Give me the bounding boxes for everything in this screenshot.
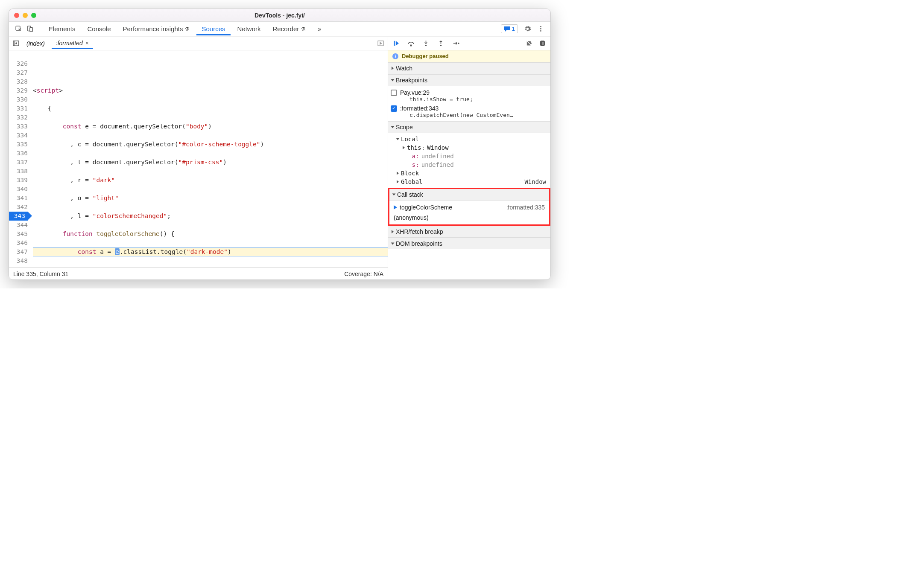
svg-rect-14 <box>543 42 543 45</box>
svg-rect-8 <box>394 41 395 46</box>
deactivate-breakpoints-icon[interactable] <box>526 40 533 47</box>
scope-var-a[interactable]: a: undefined <box>388 152 550 160</box>
tab-elements[interactable]: Elements <box>44 23 81 35</box>
run-snippet-icon[interactable] <box>377 40 384 47</box>
scope-block[interactable]: Block <box>388 169 550 177</box>
code-editor[interactable]: 3263273283293303313323333343353363373383… <box>9 50 388 268</box>
debugger-pane: i Debugger paused Watch Breakpoints Pay.… <box>388 37 550 279</box>
breakpoint-item[interactable]: Pay.vue:29 this.isShow = true; <box>388 88 550 104</box>
gear-icon[interactable] <box>524 25 531 32</box>
minimize-window-button[interactable] <box>23 13 28 18</box>
breakpoint-marker[interactable]: 343 <box>9 212 28 221</box>
tab-console[interactable]: Console <box>82 23 116 35</box>
scope-local[interactable]: Local <box>388 135 550 143</box>
kebab-menu-icon[interactable] <box>537 25 544 32</box>
titlebar: DevTools - jec.fyi/ <box>9 9 550 22</box>
cursor-position: Line 335, Column 31 <box>13 271 68 277</box>
svg-point-5 <box>540 30 541 32</box>
issues-button[interactable]: 1 <box>501 24 518 33</box>
scope-var-this[interactable]: this: Window <box>388 143 550 152</box>
editor-tab-formatted[interactable]: :formatted× <box>52 38 93 49</box>
tab-sources[interactable]: Sources <box>196 23 230 35</box>
step-over-icon[interactable] <box>407 40 415 47</box>
svg-point-4 <box>540 28 541 29</box>
svg-rect-2 <box>30 28 32 32</box>
coverage-status: Coverage: N/A <box>344 271 383 277</box>
svg-point-3 <box>540 26 541 27</box>
svg-point-9 <box>410 45 412 46</box>
issue-icon <box>504 26 510 32</box>
navigator-toggle-icon[interactable] <box>12 40 20 47</box>
code-content: <script> { const e = document.querySelec… <box>33 77 388 268</box>
zoom-window-button[interactable] <box>31 13 36 18</box>
info-icon: i <box>392 53 398 59</box>
callstack-list: toggleColorScheme :formatted:335 (anonym… <box>389 201 549 224</box>
step-out-icon[interactable] <box>437 40 444 47</box>
tab-performance-insights[interactable]: Performance insights⚗ <box>118 23 195 35</box>
step-icon[interactable] <box>452 40 459 47</box>
main-split: (index) :formatted× 32632732832933033133… <box>9 36 550 279</box>
device-toggle-icon[interactable] <box>26 25 34 32</box>
editor-tab-strip: (index) :formatted× <box>9 37 388 50</box>
editor-pane: (index) :formatted× 32632732832933033133… <box>9 37 388 279</box>
tab-recorder[interactable]: Recorder⚗ <box>268 23 311 35</box>
close-window-button[interactable] <box>14 13 19 18</box>
scope-tree: Local this: Window a: undefined s: undef… <box>388 133 550 188</box>
breakpoint-checkbox[interactable] <box>391 90 397 96</box>
callstack-highlight-box: Call stack toggleColorScheme :formatted:… <box>388 188 550 226</box>
scope-var-s[interactable]: s: undefined <box>388 160 550 169</box>
breakpoint-checkbox[interactable] <box>391 105 397 112</box>
callstack-frame[interactable]: toggleColorScheme :formatted:335 <box>389 202 549 212</box>
scope-global430[interactable]: GlobalWindow <box>388 177 550 186</box>
debugger-paused-banner: i Debugger paused <box>388 50 550 62</box>
pause-on-exceptions-icon[interactable] <box>539 40 546 47</box>
step-into-icon[interactable] <box>422 40 430 47</box>
xhr-breakpoints-section-header[interactable]: XHR/fetch breakp <box>388 226 550 238</box>
main-tab-bar: Elements Console Performance insights⚗ S… <box>9 22 550 36</box>
svg-point-11 <box>440 45 442 47</box>
devtools-window: DevTools - jec.fyi/ Elements Console Per… <box>9 9 551 280</box>
breakpoints-section-header[interactable]: Breakpoints <box>388 74 550 86</box>
watch-section-header[interactable]: Watch <box>388 62 550 74</box>
flask-icon: ⚗ <box>185 26 190 32</box>
resume-icon[interactable] <box>392 40 400 47</box>
callstack-section-header[interactable]: Call stack <box>389 189 549 201</box>
breakpoints-list: Pay.vue:29 this.isShow = true; :formatte… <box>388 86 550 121</box>
editor-tab-index[interactable]: (index) <box>22 38 49 49</box>
dom-breakpoints-section-header[interactable]: DOM breakpoints <box>388 238 550 249</box>
debugger-toolbar <box>388 37 550 50</box>
flask-icon: ⚗ <box>301 26 306 32</box>
callstack-frame[interactable]: (anonymous) <box>389 212 549 223</box>
close-tab-icon[interactable]: × <box>85 40 89 47</box>
svg-point-12 <box>458 43 459 44</box>
more-tabs-button[interactable]: » <box>313 23 326 35</box>
svg-point-10 <box>425 45 427 47</box>
gutter[interactable]: 3263273283293303313323333343353363373383… <box>9 50 30 268</box>
inspect-icon[interactable] <box>15 25 22 32</box>
scope-section-header[interactable]: Scope <box>388 121 550 133</box>
editor-status-bar: Line 335, Column 31 Coverage: N/A <box>9 268 388 279</box>
breakpoint-item[interactable]: :formatted:343 c.dispatchEvent(new Custo… <box>388 104 550 119</box>
traffic-lights <box>14 13 36 18</box>
tab-network[interactable]: Network <box>232 23 266 35</box>
svg-rect-13 <box>542 42 542 45</box>
window-title: DevTools - jec.fyi/ <box>9 12 550 19</box>
